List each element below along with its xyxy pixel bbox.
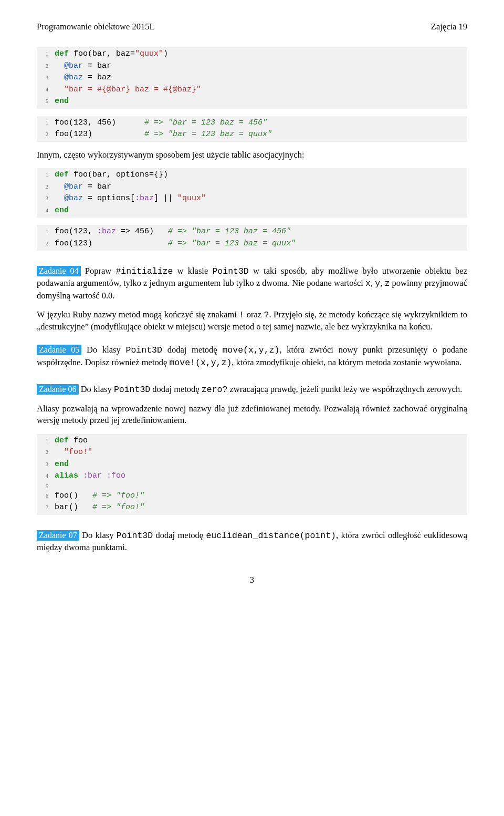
code-line: 2 "foo!" [37,447,467,459]
header-right: Zajęcia 19 [431,21,467,33]
line-number: 1 [37,119,55,127]
code-content: alias :bar :foo [55,470,125,482]
task-badge: Zadanie 05 [37,345,81,355]
code-content: def foo(bar, baz="quux") [55,48,168,60]
line-number: 4 [37,472,55,480]
line-number: 1 [37,50,55,58]
code-content: @baz = baz [55,72,111,84]
line-number: 2 [37,130,55,138]
code-content: def foo(bar, options={}) [55,169,168,181]
code-block-2: 1foo(123, 456) # => "bar = 123 baz = 456… [37,116,467,142]
header-left: Programowanie obiektowe 2015L [37,21,155,33]
code-line: 4alias :bar :foo [37,470,467,482]
line-number: 7 [37,503,55,511]
code-line: 3end [37,459,467,471]
code-content: foo() # => "foo!" [55,490,144,502]
line-number: 4 [37,206,55,214]
code-line: 3 @baz = options[:baz] || "quux" [37,193,467,205]
code-content: @bar = bar [55,60,111,73]
page-number: 3 [37,574,467,586]
code-block-1: 1def foo(bar, baz="quux")2 @bar = bar3 @… [37,47,467,109]
line-number: 3 [37,460,55,468]
code-line: 5end [37,96,467,108]
code-content: foo(123, :baz => 456) # => "bar = 123 ba… [55,226,291,238]
line-number: 3 [37,194,55,202]
line-number: 1 [37,437,55,445]
line-number: 4 [37,86,55,94]
page-header: Programowanie obiektowe 2015L Zajęcia 19 [37,21,467,33]
line-number: 3 [37,74,55,81]
code-line: 1def foo(bar, options={}) [37,169,467,181]
code-content: def foo [55,435,88,447]
code-content: end [55,205,69,217]
code-content: foo(123) # => "bar = 123 baz = quux" [55,129,272,141]
code-block-3: 1def foo(bar, options={})2 @bar = bar3 @… [37,168,467,218]
task-04: Zadanie 04 Popraw #initialize w klasie P… [37,265,467,302]
code-content: @baz = options[:baz] || "quux" [55,193,206,205]
code-line: 4 "bar = #{@bar} baz = #{@baz}" [37,84,467,96]
code-line: 1foo(123, 456) # => "bar = 123 baz = 456… [37,117,467,129]
line-number: 5 [37,97,55,105]
code-content: "bar = #{@bar} baz = #{@baz}" [55,84,201,96]
code-line: 1def foo [37,435,467,447]
task-06: Zadanie 06 Do klasy Point3D dodaj metodę… [37,384,467,396]
code-line: 3 @baz = baz [37,72,467,84]
code-content: @bar = bar [55,181,111,193]
code-line: 2 @bar = bar [37,60,467,73]
code-line: 2 @bar = bar [37,181,467,193]
line-number: 5 [37,482,55,490]
code-line: 2foo(123) # => "bar = 123 baz = quux" [37,238,467,250]
code-line: 4end [37,205,467,217]
code-block-4: 1foo(123, :baz => 456) # => "bar = 123 b… [37,225,467,251]
code-line: 1def foo(bar, baz="quux") [37,48,467,60]
task-badge: Zadanie 06 [37,384,79,395]
paragraph-assoc-arrays: Innym, często wykorzystywanym sposobem j… [37,149,467,161]
code-content: foo(123) # => "bar = 123 baz = quux" [55,238,296,250]
code-content: bar() # => "foo!" [55,502,144,514]
code-content: end [55,96,69,108]
task-badge: Zadanie 07 [37,530,79,541]
task-badge: Zadanie 04 [37,266,81,276]
task-05: Zadanie 05 Do klasy Point3D dodaj metodę… [37,344,467,369]
line-number: 1 [37,228,55,235]
paragraph-aliases: Aliasy pozwalają na wprowadzenie nowej n… [37,403,467,427]
line-number: 6 [37,492,55,500]
task-07: Zadanie 07 Do klasy Point3D dodaj metodę… [37,530,467,554]
code-line: 2foo(123) # => "bar = 123 baz = quux" [37,129,467,141]
line-number: 2 [37,448,55,456]
code-content: "foo!" [55,447,92,459]
line-number: 1 [37,171,55,179]
code-block-5: 1def foo2 "foo!"3end4alias :bar :foo56fo… [37,434,467,515]
line-number: 2 [37,183,55,191]
code-content: foo(123, 456) # => "bar = 123 baz = 456" [55,117,267,129]
code-content: end [55,459,69,471]
code-line: 1foo(123, :baz => 456) # => "bar = 123 b… [37,226,467,238]
code-line: 5 [37,482,467,490]
line-number: 2 [37,240,55,247]
code-line: 6foo() # => "foo!" [37,490,467,502]
paragraph-ruby-methods: W języku Ruby nazwy metod mogą kończyć s… [37,309,467,333]
code-line: 7bar() # => "foo!" [37,502,467,514]
line-number: 2 [37,62,55,70]
